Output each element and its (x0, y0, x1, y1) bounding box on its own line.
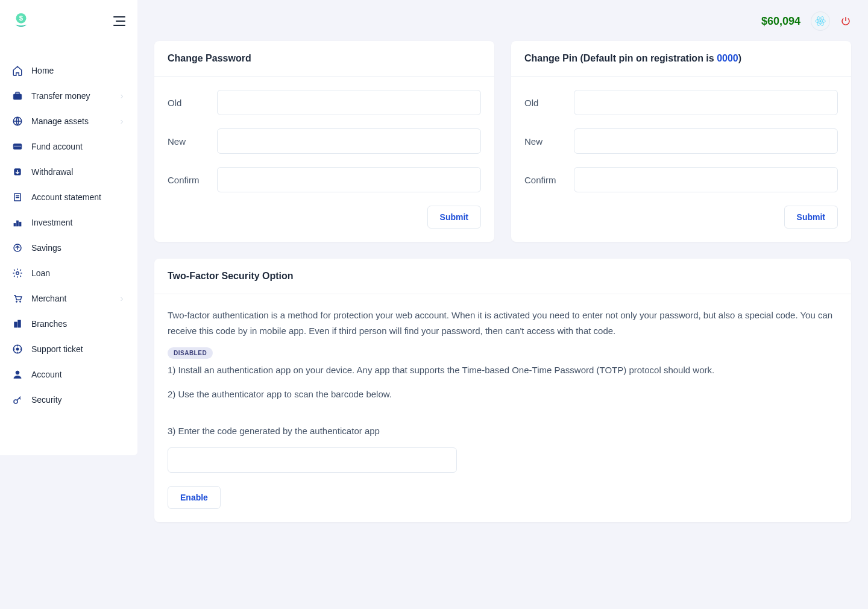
sidebar-item-account[interactable]: Account (0, 362, 137, 387)
new-password-label: New (168, 136, 217, 147)
confirm-password-input[interactable] (217, 167, 481, 192)
chevron-right-icon (118, 295, 125, 302)
svg-point-15 (16, 272, 19, 275)
sidebar-item-label: Withdrawal (31, 167, 125, 177)
sidebar-item-label: Fund account (31, 142, 125, 151)
sidebar-item-transfer-money[interactable]: Transfer money (0, 83, 137, 109)
topbar: $60,094 (137, 0, 868, 35)
sidebar-item-loan[interactable]: Loan (0, 260, 137, 286)
chevron-right-icon (118, 92, 125, 99)
sidebar-item-label: Transfer money (31, 91, 118, 101)
twofa-description: Two-factor authentication is a method fo… (168, 308, 838, 338)
key-icon (12, 394, 23, 405)
user-icon (12, 369, 23, 380)
savings-icon (12, 242, 23, 253)
twofa-code-input[interactable] (168, 447, 457, 473)
sidebar-item-manage-assets[interactable]: Manage assets (0, 109, 137, 134)
old-password-label: Old (168, 98, 217, 108)
main: $60,094 Change Password (137, 0, 868, 609)
new-pin-input[interactable] (574, 128, 838, 154)
card-title: Change Password (168, 53, 481, 64)
confirm-pin-input[interactable] (574, 167, 838, 192)
new-password-input[interactable] (217, 128, 481, 154)
change-password-card: Change Password Old New Confirm (154, 41, 494, 242)
submit-password-button[interactable]: Submit (427, 206, 481, 229)
old-pin-input[interactable] (574, 90, 838, 115)
atom-icon[interactable] (811, 12, 829, 30)
sidebar-item-label: Security (31, 395, 125, 405)
sidebar-item-label: Manage assets (31, 116, 118, 126)
sidebar-item-account-statement[interactable]: Account statement (0, 185, 137, 210)
confirm-password-label: Confirm (168, 175, 217, 185)
sidebar-item-label: Loan (31, 268, 125, 278)
svg-rect-18 (14, 322, 17, 327)
briefcase-icon (12, 90, 23, 101)
sidebar-item-home[interactable]: Home (0, 58, 137, 83)
credit-card-icon (12, 141, 23, 152)
svg-point-23 (14, 400, 17, 403)
svg-rect-11 (14, 224, 16, 227)
balance-display: $60,094 (761, 15, 800, 28)
chart-bar-icon (12, 217, 23, 228)
cart-icon (12, 293, 23, 304)
old-pin-label: Old (524, 98, 574, 108)
twofa-card: Two-Factor Security Option Two-factor au… (154, 259, 851, 522)
sidebar-item-fund-account[interactable]: Fund account (0, 134, 137, 159)
status-badge: DISABLED (168, 347, 213, 359)
confirm-pin-label: Confirm (524, 175, 574, 185)
twofa-step-2: 2) Use the authenticator app to scan the… (168, 387, 838, 402)
sidebar-item-support-ticket[interactable]: Support ticket (0, 336, 137, 362)
sidebar-item-branches[interactable]: Branches (0, 311, 137, 336)
sidebar-item-withdrawal[interactable]: Withdrawal (0, 159, 137, 185)
globe-icon (12, 116, 23, 127)
sidebar-item-label: Branches (31, 319, 125, 329)
sidebar-item-label: Investment (31, 218, 125, 227)
sidebar-item-security[interactable]: Security (0, 387, 137, 412)
svg-point-24 (819, 20, 821, 22)
card-title: Change Pin (Default pin on registration … (524, 53, 838, 64)
card-header: Change Password (154, 41, 494, 77)
sidebar-item-investment[interactable]: Investment (0, 210, 137, 235)
svg-point-16 (16, 301, 17, 302)
home-icon (12, 65, 23, 76)
svg-rect-19 (18, 320, 21, 327)
menu-toggle-icon[interactable] (113, 16, 125, 26)
svg-rect-2 (13, 94, 22, 99)
svg-rect-3 (16, 92, 19, 94)
sidebar-item-label: Merchant (31, 294, 118, 303)
sidebar: $ Home Transfer money (0, 0, 137, 455)
withdrawal-icon (12, 166, 23, 177)
content: Change Password Old New Confirm (137, 35, 868, 539)
chevron-right-icon (118, 118, 125, 125)
card-title: Two-Factor Security Option (168, 271, 838, 282)
sidebar-item-label: Support ticket (31, 344, 125, 354)
old-password-input[interactable] (217, 90, 481, 115)
sidebar-item-savings[interactable]: Savings (0, 235, 137, 260)
twofa-step-1: 1) Install an authentication app on your… (168, 362, 838, 378)
svg-point-21 (16, 348, 19, 351)
change-pin-card: Change Pin (Default pin on registration … (511, 41, 851, 242)
power-icon[interactable] (840, 16, 851, 27)
sidebar-item-label: Home (31, 66, 125, 75)
card-header: Change Pin (Default pin on registration … (511, 41, 851, 77)
sidebar-item-label: Savings (31, 243, 125, 253)
nav: Home Transfer money Manage assets (0, 40, 137, 412)
sidebar-header: $ (0, 12, 137, 40)
sidebar-item-label: Account statement (31, 192, 125, 202)
new-pin-label: New (524, 136, 574, 147)
submit-pin-button[interactable]: Submit (784, 206, 838, 229)
svg-rect-6 (13, 146, 22, 147)
document-icon (12, 192, 23, 203)
twofa-step-3: 3) Enter the code generated by the authe… (168, 423, 838, 439)
svg-text:$: $ (19, 14, 24, 22)
sidebar-item-merchant[interactable]: Merchant (0, 286, 137, 311)
building-icon (12, 318, 23, 329)
logo[interactable]: $ (12, 12, 30, 30)
enable-twofa-button[interactable]: Enable (168, 486, 221, 509)
card-header: Two-Factor Security Option (154, 259, 851, 294)
svg-point-17 (19, 301, 20, 302)
svg-point-22 (16, 371, 19, 374)
svg-rect-13 (19, 222, 21, 226)
support-icon (12, 344, 23, 355)
sidebar-item-label: Account (31, 370, 125, 379)
